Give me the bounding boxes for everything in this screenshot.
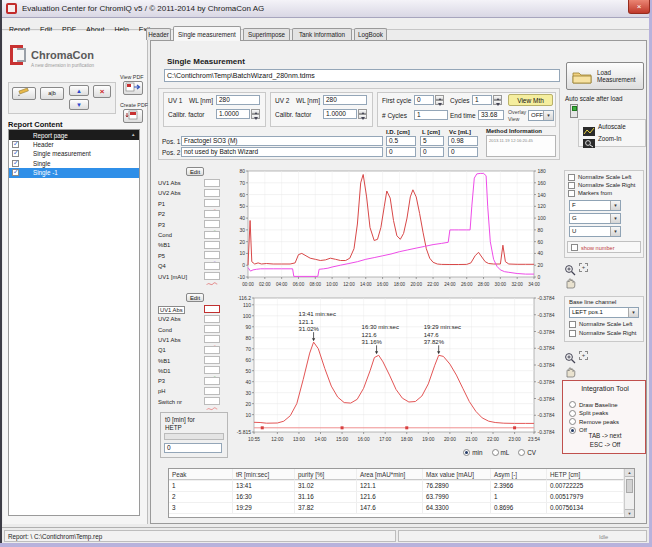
legend-label[interactable]: UV2 Abs bbox=[158, 190, 181, 196]
first-cycle-spinner[interactable] bbox=[435, 95, 444, 105]
chart2-zoom-tool[interactable]: + bbox=[564, 350, 594, 362]
report-row[interactable]: Single measurement bbox=[9, 149, 139, 158]
view-mth-button[interactable]: View Mth bbox=[508, 94, 553, 106]
zoom-in-button[interactable]: Zoom-In bbox=[583, 134, 643, 144]
legend-curve-thumb[interactable] bbox=[204, 189, 220, 197]
tab-tank-information[interactable]: Tank information bbox=[292, 28, 352, 40]
table-header-cell[interactable]: Area [mAU*min] bbox=[357, 469, 423, 480]
t0-slider[interactable] bbox=[164, 433, 224, 440]
overlay-dropdown[interactable]: OFF▾ bbox=[528, 110, 554, 121]
legend-curve-thumb[interactable] bbox=[204, 231, 220, 239]
chart1-pan-tool[interactable] bbox=[564, 275, 577, 287]
row-checkbox[interactable] bbox=[12, 150, 19, 157]
baseline-dropdown[interactable]: LEFT pos.1▾ bbox=[569, 307, 639, 318]
scroll-up-icon[interactable]: ▲ bbox=[625, 469, 634, 477]
unit-option-min[interactable]: min bbox=[463, 443, 482, 453]
normalize-right-checkbox-1[interactable] bbox=[568, 182, 575, 189]
uv1-cal-spinner[interactable] bbox=[251, 109, 260, 119]
legend-label[interactable]: Cond bbox=[158, 327, 172, 333]
uv2-wl-input[interactable]: 280 bbox=[323, 95, 367, 105]
auto-scale-toggle[interactable] bbox=[570, 104, 578, 118]
table-header-cell[interactable]: purity [%] bbox=[295, 469, 357, 480]
pos2-vc-input[interactable]: 0 bbox=[448, 147, 478, 157]
legend-label[interactable]: Q1 bbox=[158, 347, 166, 353]
cycles-input[interactable]: 1 bbox=[472, 95, 492, 105]
legend-curve-thumb[interactable] bbox=[204, 241, 220, 249]
report-row[interactable]: Header bbox=[9, 140, 139, 149]
uv1-cal-input[interactable]: 1.0000 bbox=[216, 109, 250, 119]
chart1-edit-button[interactable]: Edit bbox=[186, 167, 204, 176]
legend-label[interactable]: Cond bbox=[158, 232, 172, 238]
tab-superimpose[interactable]: Superimpose bbox=[243, 28, 290, 40]
table-header-cell[interactable]: Max value [mAU] bbox=[423, 469, 491, 480]
scroll-down-icon[interactable]: ▼ bbox=[625, 509, 634, 517]
report-row[interactable]: Single -1 bbox=[9, 168, 139, 177]
normalize-left-checkbox-1[interactable] bbox=[568, 174, 575, 181]
t0-input[interactable]: 0 bbox=[164, 443, 222, 453]
row-checkbox[interactable] bbox=[12, 141, 19, 148]
pos2-l-input[interactable]: 0 bbox=[420, 147, 444, 157]
uv1-wl-input[interactable]: 280 bbox=[216, 95, 260, 105]
legend-curve-thumb[interactable] bbox=[204, 356, 220, 364]
pos2-name-input[interactable]: not used by Batch Wizard bbox=[181, 147, 383, 157]
integration-option-off[interactable]: Off bbox=[569, 421, 587, 429]
table-header-cell[interactable]: Peak bbox=[169, 469, 233, 480]
pos1-id-input[interactable]: 0.5 bbox=[386, 136, 416, 146]
report-table-scroll-up-icon[interactable]: ▲ bbox=[131, 132, 135, 137]
legend-label[interactable]: UV1 Abs bbox=[158, 180, 181, 186]
pos2-id-input[interactable]: 0 bbox=[386, 147, 416, 157]
pos1-name-input[interactable]: Fractogel SO3 (M) bbox=[181, 136, 383, 146]
legend-curve-thumb[interactable] bbox=[204, 272, 220, 280]
uv2-cal-input[interactable]: 1.0000 bbox=[323, 109, 357, 119]
show-number-checkbox[interactable] bbox=[571, 244, 578, 251]
marker-channel-dropdown[interactable]: U▾ bbox=[569, 226, 621, 237]
table-row[interactable]: 319:2937.82147.664.33000.86960.00756134 bbox=[169, 503, 624, 514]
legend-curve-thumb[interactable] bbox=[204, 315, 220, 323]
view-pdf-button[interactable] bbox=[123, 81, 143, 95]
delete-report-item-button[interactable]: × bbox=[93, 85, 111, 98]
close-button[interactable]: × bbox=[628, 0, 650, 14]
create-pdf-button[interactable] bbox=[123, 109, 143, 123]
legend-curve-thumb[interactable] bbox=[204, 325, 220, 333]
legend-label[interactable]: %B1 bbox=[158, 242, 170, 248]
legend-label[interactable]: %D1 bbox=[158, 368, 171, 374]
tab-header[interactable]: Header bbox=[146, 28, 171, 40]
legend-label[interactable]: P3 bbox=[158, 378, 165, 384]
legend-curve-thumb[interactable] bbox=[204, 397, 220, 405]
legend-label[interactable]: pH bbox=[158, 388, 165, 394]
uv2-cal-spinner[interactable] bbox=[358, 109, 367, 119]
table-row[interactable]: 113:4131.02121.176.28902.39660.00722225 bbox=[169, 481, 624, 492]
marker-channel-dropdown[interactable]: G▾ bbox=[569, 213, 621, 224]
legend-curve-thumb[interactable] bbox=[204, 377, 220, 385]
legend-label[interactable]: %B1 bbox=[158, 358, 170, 364]
legend-label[interactable]: P2 bbox=[158, 211, 165, 217]
tab-single-measurement[interactable]: Single measurement bbox=[173, 26, 241, 41]
legend-curve-thumb[interactable] bbox=[204, 220, 220, 228]
report-row[interactable]: Single bbox=[9, 159, 139, 168]
table-row[interactable]: 216:3031.16121.663.799010.00517979 bbox=[169, 492, 624, 503]
edit-report-item-button[interactable] bbox=[12, 87, 36, 100]
scroll-thumb[interactable] bbox=[626, 479, 633, 493]
table-header-cell[interactable]: Asym [-] bbox=[491, 469, 547, 480]
normalize-right-checkbox-2[interactable] bbox=[569, 330, 576, 337]
integration-option-split-peaks[interactable]: Split peaks bbox=[569, 404, 608, 412]
integration-option-draw-baseline[interactable]: Draw Baseline bbox=[569, 395, 618, 403]
legend-curve-thumb[interactable] bbox=[204, 199, 220, 207]
n-cycles-input[interactable]: 1 bbox=[414, 110, 448, 120]
legend-label[interactable]: P5 bbox=[158, 253, 165, 259]
table-header-cell[interactable]: tR [min:sec] bbox=[233, 469, 295, 480]
legend-label[interactable]: UV2 Abs bbox=[158, 316, 181, 322]
markers-from-checkbox[interactable] bbox=[568, 190, 575, 197]
legend-label[interactable]: UV1 Abs bbox=[158, 337, 181, 343]
legend-curve-thumb[interactable] bbox=[204, 179, 220, 187]
marker-channel-dropdown[interactable]: F▾ bbox=[569, 200, 621, 211]
end-time-input[interactable]: 33.68 bbox=[478, 110, 504, 120]
unit-option-cv[interactable]: CV bbox=[518, 443, 536, 453]
legend-label[interactable]: UV1 [mAU] bbox=[158, 274, 187, 280]
peak-table-scrollbar[interactable]: ▲ ▼ bbox=[624, 469, 634, 517]
load-measurement-button[interactable]: Load Measurement bbox=[566, 62, 644, 90]
title-bar[interactable]: Evaluation Center for ChromIQ v5 / © 201… bbox=[2, 0, 649, 18]
legend-curve-thumb[interactable] bbox=[204, 335, 220, 343]
table-header-cell[interactable]: HETP [cm] bbox=[547, 469, 624, 480]
integration-option-remove-peaks[interactable]: Remove peaks bbox=[569, 412, 619, 420]
